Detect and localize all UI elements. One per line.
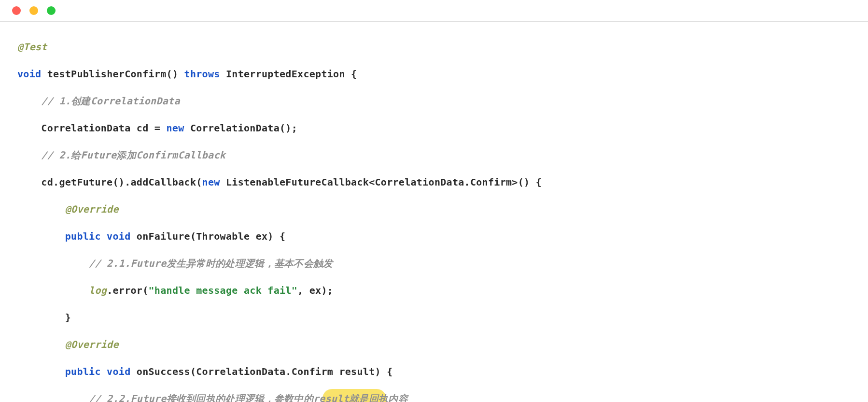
code-text: CorrelationData(); xyxy=(184,122,297,134)
maximize-icon[interactable] xyxy=(47,6,56,15)
log-var: log xyxy=(89,285,107,296)
keyword-throws: throws xyxy=(184,68,220,80)
comment-line: // 1.创建CorrelationData xyxy=(17,95,180,107)
window-titlebar xyxy=(0,0,868,22)
comment-line: // 2.2.Future接收到回执的处理逻辑，参数中的result就是回执内容 xyxy=(17,393,408,402)
code-text: , ex); xyxy=(297,285,333,296)
code-text: ListenableFutureCallback<CorrelationData… xyxy=(220,176,542,188)
code-text: InterruptedException { xyxy=(220,68,357,80)
code-text: .error( xyxy=(107,285,148,296)
code-text: onSuccess(CorrelationData.Confirm result… xyxy=(131,366,393,377)
keyword-void: void xyxy=(17,68,41,80)
keyword-new: new xyxy=(167,122,184,134)
code-text: CorrelationData cd = xyxy=(17,122,167,134)
keyword-public: public xyxy=(17,366,101,377)
code-text xyxy=(17,285,89,296)
minimize-icon[interactable] xyxy=(29,6,38,15)
keyword-void: void xyxy=(101,230,131,242)
close-icon[interactable] xyxy=(12,6,21,15)
keyword-new: new xyxy=(202,176,220,188)
comment-line: // 2.给Future添加ConfirmCallback xyxy=(17,149,225,161)
annotation-override: @Override xyxy=(17,203,119,215)
comment-line: // 2.1.Future发生异常时的处理逻辑，基本不会触发 xyxy=(17,258,333,269)
annotation-override: @Override xyxy=(17,339,119,350)
string-literal: "handle message ack fail" xyxy=(149,285,298,296)
method-name: testPublisherConfirm() xyxy=(41,68,184,80)
code-editor[interactable]: @Test void testPublisherConfirm() throws… xyxy=(0,22,868,402)
code-text: onFailure(Throwable ex) { xyxy=(131,230,286,242)
keyword-public: public xyxy=(17,230,101,242)
keyword-void: void xyxy=(101,366,131,377)
code-text: cd.getFuture().addCallback( xyxy=(17,176,202,188)
code-text: } xyxy=(17,312,71,323)
annotation-test: @Test xyxy=(17,41,47,53)
